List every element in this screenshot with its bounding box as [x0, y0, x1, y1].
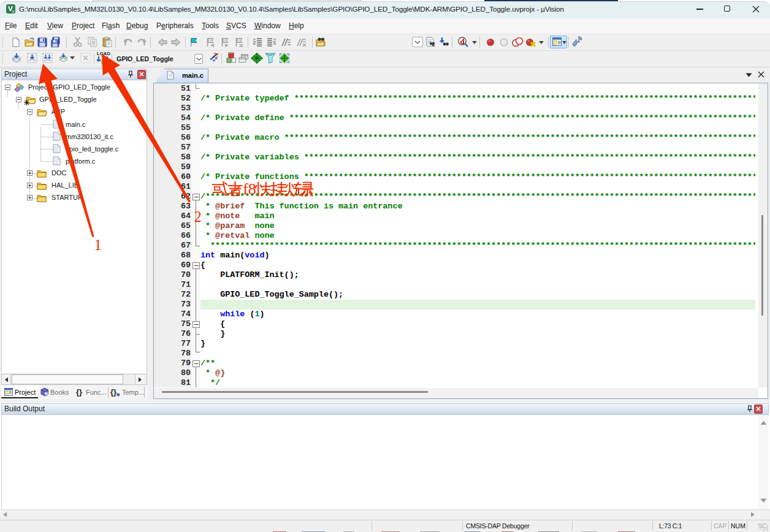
svg-text:f8: f8 — [243, 181, 256, 197]
